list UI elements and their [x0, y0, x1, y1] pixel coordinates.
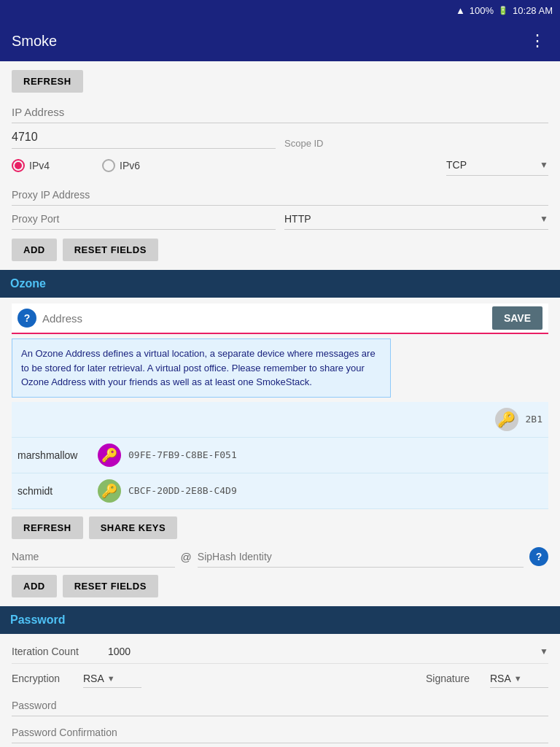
battery-icon: 🔋 — [498, 6, 508, 15]
ipv4-radio[interactable] — [12, 159, 25, 172]
ozone-list-item[interactable]: schmidt 🔑 CBCF-20DD-2E8B-C4D9 — [12, 473, 548, 509]
signature-label: Signature — [426, 673, 484, 684]
password-confirmation-group — [12, 722, 548, 743]
ozone-list-item[interactable]: 🔑 2B1 — [12, 402, 548, 438]
app-bar: Smoke ⋮ — [0, 20, 560, 61]
time-display: 10:28 AM — [513, 5, 553, 16]
password-field-group — [12, 695, 548, 716]
share-keys-button[interactable]: SHARE KEYS — [89, 516, 178, 539]
ip-address-input[interactable] — [12, 101, 548, 123]
ip-address-group — [12, 101, 548, 123]
scope-id-group: Scope ID — [284, 138, 548, 149]
refresh-button[interactable]: REFRESH — [12, 70, 83, 93]
encryption-value: RSA — [83, 673, 104, 684]
network-action-buttons: ADD RESET FIELDS — [12, 239, 548, 261]
iteration-count-label: Iteration Count — [12, 646, 99, 657]
ozone-reset-fields-button[interactable]: RESET FIELDS — [63, 575, 158, 597]
scope-id-label: Scope ID — [284, 138, 335, 149]
ipv4-label: IPv4 — [29, 160, 50, 171]
app-title: Smoke — [12, 33, 57, 50]
ozone-info-text: An Ozone Address defines a virtual locat… — [21, 348, 376, 387]
at-sign: @ — [181, 551, 192, 563]
ipv6-radio[interactable] — [102, 159, 115, 172]
password-input[interactable] — [12, 695, 548, 716]
encryption-signature-row: Encryption RSA ▼ Signature RSA ▼ — [12, 670, 548, 688]
ozone-help-icon[interactable]: ? — [18, 309, 36, 328]
proxy-ip-input[interactable] — [12, 185, 548, 206]
ipv6-radio-group[interactable]: IPv6 — [102, 159, 140, 172]
http-dropdown-arrow: ▼ — [540, 214, 548, 224]
battery-status: 100% — [470, 5, 494, 16]
password-section-header: Password — [0, 606, 560, 634]
ozone-list-item[interactable]: marshmallow 🔑 09FE-7FB9-C8BE-F051 — [12, 438, 548, 473]
help-icon-text: ? — [24, 312, 31, 324]
ozone-key-3: CBCF-20DD-2E8B-C4D9 — [128, 485, 237, 496]
ozone-title: Ozone — [10, 277, 46, 290]
ozone-avatar-2: 🔑 — [98, 444, 121, 467]
signature-dropdown[interactable]: RSA ▼ — [490, 670, 548, 688]
ozone-add-reset-buttons: ADD RESET FIELDS — [12, 575, 548, 597]
iteration-dropdown-arrow[interactable]: ▼ — [540, 646, 548, 657]
siphash-help-icon[interactable]: ? — [529, 547, 548, 566]
ozone-save-button[interactable]: SAVE — [492, 306, 542, 330]
ozone-name-2: marshmallow — [18, 449, 90, 461]
status-bar: ▲ 100% 🔋 10:28 AM — [0, 0, 560, 20]
ipv6-label: IPv6 — [120, 160, 140, 171]
ozone-key-2: 09FE-7FB9-C8BE-F051 — [128, 449, 237, 460]
ozone-name-3: schmidt — [18, 485, 90, 497]
proxy-port-group — [12, 209, 276, 230]
ozone-avatar-1: 🔑 — [495, 408, 518, 431]
encryption-dropdown-arrow: ▼ — [107, 674, 115, 683]
name-siphash-row: @ ? — [12, 546, 548, 568]
ozone-add-button[interactable]: ADD — [12, 575, 57, 597]
proxy-port-input[interactable] — [12, 209, 276, 230]
password-title: Password — [10, 614, 66, 626]
encryption-label: Encryption — [12, 673, 77, 684]
main-content: REFRESH Scope ID IPv4 IPv6 TCP ▼ — [0, 61, 560, 747]
ozone-info-box: An Ozone Address defines a virtual locat… — [12, 338, 391, 398]
ozone-name-input[interactable] — [12, 546, 175, 568]
iteration-count-value: 1000 — [108, 646, 531, 657]
siphash-help-icon-text: ? — [536, 551, 542, 562]
encryption-dropdown[interactable]: RSA ▼ — [83, 670, 141, 688]
ozone-avatar-3: 🔑 — [98, 479, 121, 503]
ozone-refresh-button[interactable]: REFRESH — [12, 516, 83, 539]
ozone-action-buttons: REFRESH SHARE KEYS — [12, 516, 548, 539]
http-value: HTTP — [284, 213, 540, 225]
tcp-dropdown[interactable]: TCP ▼ — [446, 155, 548, 176]
port-input[interactable] — [12, 126, 276, 149]
siphash-input[interactable] — [198, 546, 524, 568]
iteration-count-row: Iteration Count 1000 ▼ — [12, 640, 548, 664]
wifi-icon: ▲ — [456, 5, 465, 16]
signature-value: RSA — [490, 673, 511, 684]
port-group — [12, 126, 276, 149]
overflow-menu-button[interactable]: ⋮ — [526, 28, 548, 53]
ozone-section-header: Ozone — [0, 270, 560, 298]
proxy-ip-group — [12, 185, 548, 206]
http-dropdown[interactable]: HTTP ▼ — [284, 209, 548, 230]
ozone-address-row: ? SAVE — [12, 303, 548, 334]
network-add-button[interactable]: ADD — [12, 239, 57, 261]
ozone-address-input[interactable] — [42, 312, 486, 325]
http-dropdown-group: HTTP ▼ — [284, 209, 548, 230]
signature-dropdown-arrow: ▼ — [514, 674, 522, 683]
tcp-value: TCP — [446, 159, 540, 171]
ozone-key-1: 2B1 — [526, 414, 542, 425]
ipv4-radio-group[interactable]: IPv4 — [12, 159, 50, 172]
tcp-dropdown-arrow: ▼ — [540, 160, 548, 170]
network-reset-button[interactable]: RESET FIELDS — [63, 239, 158, 261]
password-confirm-input[interactable] — [12, 722, 548, 743]
